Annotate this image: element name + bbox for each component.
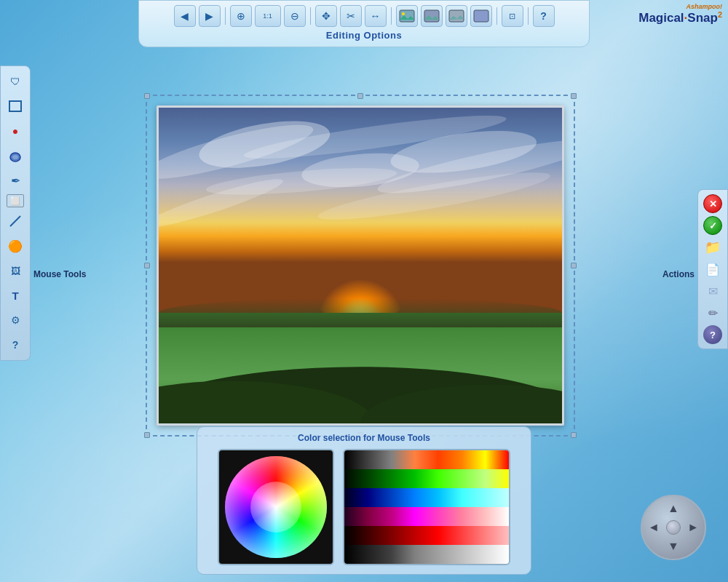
canvas-area [146,95,575,436]
color-wheel[interactable] [225,456,327,558]
select-button[interactable]: ✥ [315,5,337,27]
tool-diagonal-line[interactable] [4,210,26,232]
email-button[interactable]: ✉ [703,282,722,300]
color-panel-label: Color selection for Mouse Tools [298,433,430,443]
handle-bottom-right[interactable] [571,432,577,438]
gradient-row-4[interactable] [344,507,509,526]
mouse-tools-label: Mouse Tools [33,269,86,279]
zoom-out-button[interactable]: ⊖ [284,5,306,27]
separator-3 [391,7,392,25]
dpad-up-button[interactable]: ▲ [668,502,679,515]
image-frame [157,105,564,426]
dpad-circle: ▲ ▼ ◄ ► [641,495,706,560]
color-panel: Color selection for Mouse Tools [197,426,531,575]
actions-label: Actions [662,269,695,279]
effects-button[interactable] [421,5,443,27]
tool-eyedropper[interactable] [4,145,26,167]
tool-shield[interactable]: 🛡 [4,71,26,92]
help-button[interactable]: ? [533,5,555,27]
tool-color-fill[interactable]: 🟠 [4,235,26,257]
tool-image[interactable]: 🖼 [4,260,26,282]
forward-button[interactable]: ▶ [199,5,221,27]
tool-stamp[interactable]: ● [4,120,26,142]
svg-point-7 [12,155,18,159]
dpad-left-button[interactable]: ◄ [648,521,660,534]
handle-top-left[interactable] [144,93,150,99]
separator-4 [496,7,497,25]
logo-snap-text: Snap [687,11,718,25]
zoom-100-button[interactable]: 1:1 [255,5,281,27]
right-sidebar: ✕ ✓ 📁 📄 ✉ ✏ ? [697,189,728,349]
crop-button[interactable]: ⊡ [502,5,523,27]
gradient-row-2[interactable] [344,469,509,488]
tool-rectangle[interactable] [4,95,26,117]
move-button[interactable]: ↔ [365,5,387,27]
color-wheel-container[interactable] [218,449,334,565]
edit-pen-button[interactable]: ✏ [703,303,722,322]
logo-title: Magical·Snap2 [638,10,722,25]
gradient-row-3[interactable] [344,488,509,507]
landscape-image [159,108,562,423]
dpad-down-button[interactable]: ▼ [668,540,679,553]
dpad-center[interactable] [666,520,681,535]
separator-1 [225,7,226,25]
svg-point-14 [159,172,286,235]
svg-rect-0 [400,10,414,22]
gradient-row-1[interactable] [344,450,509,469]
svg-rect-4 [474,10,488,22]
handle-top-right[interactable] [571,93,577,99]
tool-settings[interactable]: ⚙ [4,309,26,331]
logo-area: Ashampoo! Magical·Snap2 [638,3,722,25]
svg-rect-3 [449,10,464,22]
toolbar-icons: ◀ ▶ ⊕ 1:1 ⊖ ✥ ✂ ↔ ⊡ ? [174,5,555,27]
color-selectors [218,449,510,565]
separator-5 [528,7,529,25]
zoom-in-button[interactable]: ⊕ [230,5,252,27]
tool-eraser[interactable]: ⬜ [7,194,24,207]
image-button[interactable] [396,5,418,27]
filter-button[interactable] [446,5,467,27]
back-button[interactable]: ◀ [174,5,196,27]
color-gradient-container[interactable] [343,449,510,565]
document-button[interactable]: 📄 [703,260,722,279]
handle-top-middle[interactable] [357,93,363,99]
handle-middle-left[interactable] [144,263,150,268]
gradient-row-5[interactable] [344,526,509,545]
horizon-layer [159,282,562,423]
gradient-row-6[interactable] [344,545,509,564]
logo-magical-text: Magical [638,11,684,25]
separator-2 [310,7,311,25]
svg-point-1 [402,12,405,15]
tool-help[interactable]: ? [4,334,26,356]
handle-middle-right[interactable] [571,263,577,268]
actions-help-button[interactable]: ? [703,325,722,344]
svg-rect-5 [9,101,21,111]
confirm-button[interactable]: ✓ [703,216,722,235]
svg-line-8 [10,216,20,226]
top-toolbar: ◀ ▶ ⊕ 1:1 ⊖ ✥ ✂ ↔ ⊡ ? Editing Options [138,0,590,47]
left-sidebar: 🛡 ● ✒ ⬜ 🟠 🖼 T ⚙ ? [0,65,31,361]
lasso-button[interactable]: ✂ [340,5,362,27]
folder-button[interactable]: 📁 [703,238,722,257]
logo-developer: Ashampoo! [638,3,722,10]
dpad: ▲ ▼ ◄ ► [641,495,706,560]
tool-pen[interactable]: ✒ [4,170,26,191]
adjust-button[interactable] [470,5,492,27]
svg-rect-2 [424,10,439,22]
editing-options-label: Editing Options [326,30,402,41]
logo-version: 2 [718,10,722,19]
handle-bottom-left[interactable] [144,432,150,438]
tool-text[interactable]: T [4,284,26,306]
cancel-button[interactable]: ✕ [703,194,722,213]
dpad-right-button[interactable]: ► [687,521,699,534]
